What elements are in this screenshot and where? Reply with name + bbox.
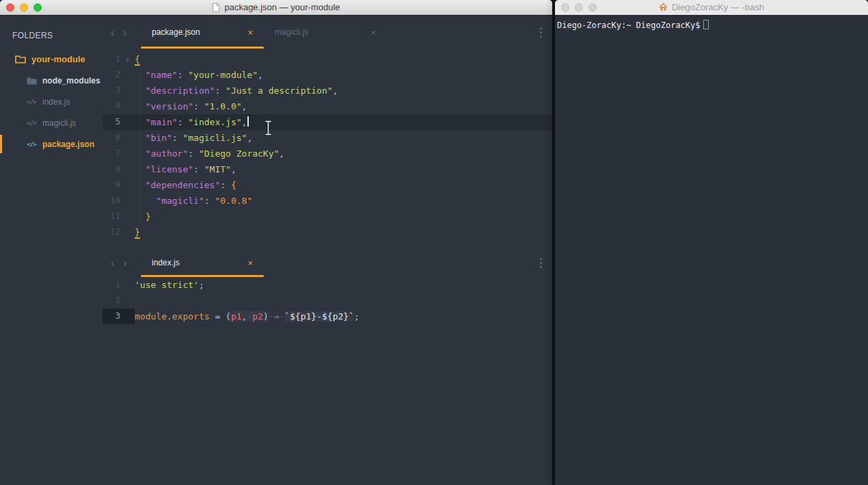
window-controls: [561, 3, 597, 12]
tab-nav: ‹ ›: [103, 257, 141, 269]
tree-item-label: magicli.js: [42, 118, 76, 128]
code-area[interactable]: 1∨{2 "name": "your-module",3 "descriptio…: [103, 49, 552, 240]
code-text: {: [135, 51, 140, 67]
code-text: "name": "your-module",: [135, 67, 263, 83]
line-number: 6: [103, 130, 120, 146]
code-line[interactable]: 7 "author": "Diego ZoracKy",: [103, 146, 552, 161]
fold-gutter: [120, 193, 135, 209]
line-number: 2: [103, 293, 120, 309]
code-text: "description": "Just a description",: [135, 83, 338, 99]
tab-nav-forward-icon[interactable]: ›: [123, 257, 127, 269]
close-tab-icon[interactable]: ×: [247, 258, 253, 268]
code-text: "license": "MIT",: [135, 161, 236, 177]
code-text: module.exports = (p1,·p2)·⇒·`${p1}-${p2}…: [135, 309, 360, 324]
tab-index-js[interactable]: index.js×: [141, 248, 264, 277]
code-line[interactable]: 2 "name": "your-module",: [103, 67, 552, 83]
tabs: package.json×magicli.js×: [141, 16, 387, 49]
tree-item-index-js[interactable]: </>index.js: [0, 91, 103, 112]
code-line[interactable]: 5 "main": "index.js",: [103, 114, 552, 130]
code-line[interactable]: 9 "dependencies": {: [103, 177, 552, 193]
code-line[interactable]: 3module.exports = (p1,·p2)·⇒·`${p1}-${p2…: [103, 309, 552, 324]
code-line[interactable]: 1∨{: [103, 51, 552, 67]
editor-titlebar[interactable]: package.json — your-module: [0, 0, 552, 15]
document-icon: [212, 3, 220, 12]
desktop: package.json — your-module FOLDERS your-…: [0, 0, 868, 485]
line-number: 10: [103, 193, 120, 209]
window-controls: [6, 3, 42, 12]
fold-gutter: [120, 114, 135, 130]
fold-toggle-icon[interactable]: ∨: [120, 51, 135, 67]
terminal-window: DiegoZoracKy — -bash Diego-ZoracKy:~ Die…: [555, 0, 868, 485]
fold-gutter: [120, 99, 135, 114]
code-line[interactable]: 6 "bin": "magicli.js",: [103, 130, 552, 146]
text-caret: [247, 116, 249, 127]
close-window-button[interactable]: [561, 3, 569, 12]
kebab-menu-icon[interactable]: [540, 258, 542, 268]
close-window-button[interactable]: [6, 3, 14, 12]
zoom-window-button[interactable]: [588, 3, 597, 12]
line-number: 4: [103, 99, 120, 114]
fold-gutter: [120, 67, 135, 83]
line-number: 3: [103, 83, 120, 99]
line-number: 9: [103, 177, 120, 193]
terminal-cursor: [703, 20, 709, 29]
tab-nav-back-icon[interactable]: ‹: [111, 27, 115, 38]
tab-nav-forward-icon[interactable]: ›: [123, 27, 127, 38]
terminal-titlebar[interactable]: DiegoZoracKy — -bash: [555, 0, 868, 15]
indent-guide: [140, 69, 141, 222]
code-line[interactable]: 1'use strict';: [103, 277, 552, 293]
tab-bar: ‹ › package.json×magicli.js×: [103, 16, 552, 49]
folder-icon: [26, 77, 37, 85]
terminal-content[interactable]: Diego-ZoracKy:~ DiegoZoracKy$: [555, 16, 868, 485]
code-line[interactable]: 2: [103, 293, 552, 309]
code-line[interactable]: 12}: [103, 224, 552, 240]
fold-gutter: [120, 224, 135, 240]
tree-item-package-json[interactable]: </>package.json: [0, 133, 103, 155]
close-tab-icon[interactable]: ×: [370, 27, 376, 38]
code-line[interactable]: 4 "version": "1.0.0",: [103, 99, 552, 114]
tab-nav-back-icon[interactable]: ‹: [111, 257, 115, 269]
kebab-menu-icon[interactable]: [540, 27, 542, 38]
tree-item-magicli-js[interactable]: </>magicli.js: [0, 112, 103, 133]
code-text: "magicli": "0.0.8": [135, 193, 252, 209]
minimize-window-button[interactable]: [575, 3, 583, 12]
tab-label: magicli.js: [275, 27, 308, 37]
code-text: "version": "1.0.0",: [135, 99, 247, 114]
editor-body: FOLDERS your-modulenode_modules</>index.…: [0, 16, 552, 485]
sidebar-header: FOLDERS: [0, 27, 103, 49]
sidebar-file-tree: your-modulenode_modules</>index.js</>mag…: [0, 49, 103, 155]
home-folder-icon: [659, 3, 668, 12]
tree-item-node-modules[interactable]: node_modules: [0, 70, 103, 91]
code-line[interactable]: 3 "description": "Just a description",: [103, 83, 552, 99]
terminal-prompt: Diego-ZoracKy:~ DiegoZoracKy$: [557, 21, 701, 30]
tree-item-label: index.js: [42, 97, 70, 107]
code-area[interactable]: 1'use strict';23module.exports = (p1,·p2…: [103, 277, 552, 324]
code-text: 'use strict';: [135, 277, 204, 293]
tab-package-json[interactable]: package.json×: [141, 16, 264, 49]
code-text: "main": "index.js",: [135, 114, 249, 130]
fold-gutter: [120, 83, 135, 99]
tree-item-your-module[interactable]: your-module: [0, 49, 103, 70]
code-line[interactable]: 8 "license": "MIT",: [103, 161, 552, 177]
tree-item-label: package.json: [42, 140, 94, 149]
code-file-icon: </>: [26, 120, 37, 127]
fold-gutter: [120, 177, 135, 193]
tabs: index.js×: [141, 248, 264, 277]
line-number: 3: [103, 309, 120, 324]
tab-nav: ‹ ›: [103, 27, 141, 38]
tab-magicli-js[interactable]: magicli.js×: [264, 16, 387, 49]
code-text: }: [135, 224, 140, 240]
close-tab-icon[interactable]: ×: [247, 27, 253, 38]
line-number: 12: [103, 224, 120, 240]
fold-gutter: [120, 309, 135, 324]
line-number: 8: [103, 161, 120, 177]
tree-item-label: your-module: [31, 54, 85, 64]
tab-bar: ‹ › index.js×: [103, 248, 552, 277]
tab-label: index.js: [152, 258, 180, 267]
line-number: 11: [103, 209, 120, 224]
fold-gutter: [120, 293, 135, 309]
code-line[interactable]: 10 "magicli": "0.0.8": [103, 193, 552, 209]
zoom-window-button[interactable]: [33, 3, 42, 12]
minimize-window-button[interactable]: [20, 3, 28, 12]
code-line[interactable]: 11 }: [103, 209, 552, 224]
